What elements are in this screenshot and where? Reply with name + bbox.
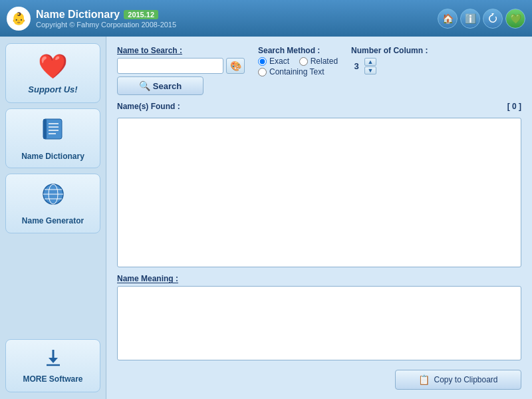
containing-text-radio[interactable]	[258, 68, 267, 76]
filter-button[interactable]: 🎨	[226, 58, 245, 74]
home-button[interactable]: 🏠	[438, 9, 458, 29]
app-title-text: Name Dictionary	[36, 9, 120, 21]
title-text-block: Name Dictionary 2015.12 Copyright © Fahm…	[36, 9, 176, 29]
name-meaning-label: Name Meaning :	[117, 274, 521, 283]
main-layout: ❤️ Support Us! Name Dictionary	[0, 37, 532, 399]
bottom-bar: 📋 Copy to Clipboard	[117, 367, 521, 390]
copy-btn-label: Copy to Clipboard	[434, 375, 497, 384]
name-search-input[interactable]	[117, 58, 223, 74]
copy-to-clipboard-button[interactable]: 📋 Copy to Clipboard	[395, 370, 521, 390]
related-label: Related	[311, 57, 338, 66]
exact-label: Exact	[269, 57, 289, 66]
spinner-buttons: ▲ ▼	[364, 58, 376, 74]
spinner-up[interactable]: ▲	[364, 58, 376, 66]
name-meaning-section: Name Meaning :	[117, 274, 521, 360]
name-generator-button[interactable]: Name Generator	[5, 174, 100, 233]
exact-radio-row: Exact Related	[258, 57, 338, 66]
title-buttons: 🏠 ℹ️ 💚	[438, 9, 525, 29]
name-generator-label: Name Generator	[22, 216, 84, 225]
search-btn-label: Search	[153, 81, 182, 91]
spinner-down[interactable]: ▼	[364, 66, 376, 74]
search-button[interactable]: 🔍 Search	[117, 76, 203, 95]
related-radio[interactable]	[299, 57, 308, 66]
num-column-group: Number of Column : 3 ▲ ▼	[351, 46, 428, 74]
search-row: Name to Search : 🎨 🔍 Search Search Metho…	[117, 46, 521, 95]
search-method-label: Search Method :	[258, 46, 338, 55]
download-icon	[44, 348, 63, 372]
search-input-row: 🎨	[117, 58, 245, 74]
support-us-button[interactable]: ❤️ Support Us!	[5, 43, 100, 103]
content-area: Name to Search : 🎨 🔍 Search Search Metho…	[106, 37, 532, 399]
search-method-group: Search Method : Exact Related Containing…	[258, 46, 338, 76]
globe-icon	[41, 182, 66, 212]
search-left: Name to Search : 🎨 🔍 Search	[117, 46, 245, 95]
more-software-label: MORE Software	[23, 374, 82, 384]
column-value: 3	[351, 61, 362, 71]
svg-marker-13	[49, 358, 58, 363]
name-dictionary-button[interactable]: Name Dictionary	[5, 108, 100, 168]
version-badge: 2015.12	[124, 10, 158, 19]
title-left: 👶 Name Dictionary 2015.12 Copyright © Fa…	[7, 7, 176, 31]
search-icon: 🔍	[139, 80, 150, 91]
app-copyright: Copyright © Fahmy Corporation 2008-2015	[36, 21, 176, 29]
names-found-header: Name(s) Found : [ 0 ]	[117, 102, 521, 111]
info-button[interactable]: ℹ️	[460, 9, 480, 29]
support-label: Support Us!	[28, 84, 77, 94]
heart-button[interactable]: 💚	[505, 9, 525, 29]
names-found-count: [ 0 ]	[507, 102, 521, 111]
num-column-label: Number of Column :	[351, 46, 428, 55]
name-to-search-label: Name to Search :	[117, 46, 245, 55]
name-dictionary-label: Name Dictionary	[21, 152, 84, 161]
app-logo: 👶	[7, 7, 31, 31]
names-found-label: Name(s) Found :	[117, 102, 180, 111]
more-software-button[interactable]: MORE Software	[5, 339, 100, 392]
column-spinner: 3 ▲ ▼	[351, 58, 428, 74]
svg-rect-2	[43, 119, 47, 139]
heart-icon: ❤️	[38, 53, 68, 80]
names-found-box	[117, 118, 521, 267]
exact-radio[interactable]	[258, 57, 267, 66]
refresh-button[interactable]	[483, 9, 503, 29]
app-title: Name Dictionary 2015.12	[36, 9, 176, 21]
copy-icon: 📋	[418, 374, 430, 385]
name-meaning-box	[117, 286, 521, 360]
containing-text-radio-row: Containing Text	[258, 67, 338, 76]
book-icon	[40, 116, 66, 148]
sidebar: ❤️ Support Us! Name Dictionary	[0, 37, 106, 399]
containing-text-label: Containing Text	[269, 67, 325, 76]
title-bar: 👶 Name Dictionary 2015.12 Copyright © Fa…	[0, 0, 532, 37]
